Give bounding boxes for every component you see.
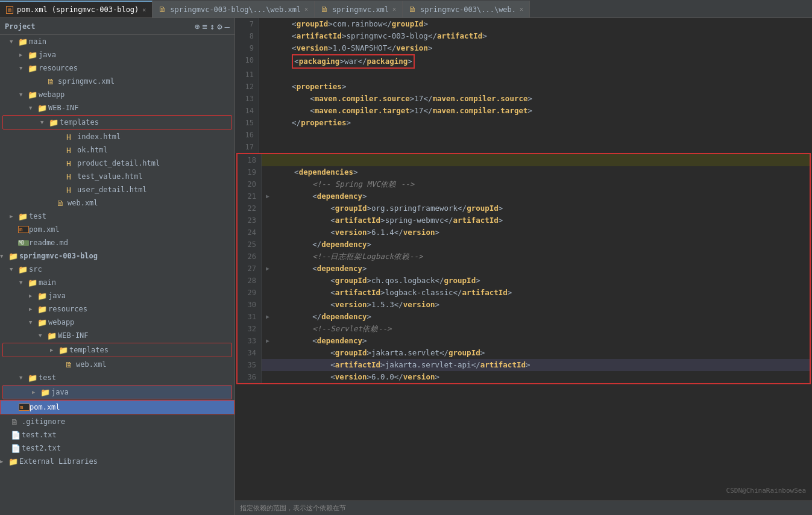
tree-pom-1[interactable]: m pom.xml (0, 223, 234, 236)
sidebar-icon-menu[interactable]: ≡ (202, 22, 207, 31)
tree-root-springmvc[interactable]: ▼ 📁 springmvc-003-blog (0, 249, 234, 263)
code-content-17 (271, 141, 812, 153)
gutter-22 (262, 202, 274, 214)
sidebar-icon-settings[interactable]: ⚙ (217, 22, 222, 31)
tree-webapp-2[interactable]: ▼ 📁 webapp (0, 316, 234, 329)
code-content-26: <!--日志框架Logback依赖--> (274, 251, 810, 263)
code-line-29: 29 <artifactId>logback-classic</artifact… (238, 287, 810, 299)
tree-java-1[interactable]: ▶ 📁 java (0, 48, 234, 61)
label-webinf-1: WEB-INF (48, 104, 79, 112)
tab-label-3: springmvc.xml (332, 5, 389, 14)
big-red-box: 18 19 <dependencies> 20 <!-- Spring MVC依… (236, 153, 811, 384)
tree-readme[interactable]: MD readme.md (0, 236, 234, 249)
gutter-19 (262, 166, 274, 178)
code-content-19: <dependencies> (274, 166, 810, 178)
tree-product-html[interactable]: H product_detail.html (0, 157, 234, 170)
code-content-21: <dependency> (274, 190, 810, 202)
tree-templates-1[interactable]: ▼ 📁 templates (3, 116, 231, 129)
line-num-26: 26 (238, 251, 262, 263)
file-icon-pom-2: m (19, 404, 30, 411)
line-num-32: 32 (238, 323, 262, 335)
file-icon-web-xml-2: 🗎 (65, 360, 76, 369)
tree-main-1[interactable]: ▼ 📁 main (0, 35, 234, 48)
tab-web-xml[interactable]: 🗎 springmvc-003-blog\...\web.xml × (153, 1, 315, 17)
arrow-test-1: ▶ (10, 213, 18, 219)
tree-test-2[interactable]: ▼ 📁 test (0, 371, 234, 384)
tab-close-1[interactable]: × (142, 7, 146, 13)
arrow-webapp-1: ▼ (19, 92, 28, 98)
tree-templates-2[interactable]: ▶ 📁 templates (3, 343, 231, 357)
tree-test-1[interactable]: ▶ 📁 test (0, 210, 234, 223)
folder-icon-webapp-2: 📁 (37, 318, 48, 327)
sidebar-header: Project ⊕ ≡ ↕ ⚙ — (0, 18, 234, 35)
sidebar-icon-minimize[interactable]: — (225, 22, 230, 31)
gutter-9 (259, 42, 271, 54)
gutter-26 (262, 251, 274, 263)
code-line-35: 35 <artifactId>jakarta.servlet-api</arti… (238, 359, 810, 371)
folder-icon-root-springmvc: 📁 (8, 252, 19, 261)
file-tree: ▼ 📁 main ▶ 📁 java ▼ 📁 resources 🗎 spring… (0, 35, 234, 468)
gutter-8 (259, 30, 271, 42)
tree-test-value-html[interactable]: H test_value.html (0, 170, 234, 183)
tab-springmvc-xml[interactable]: 🗎 springmvc.xml × (315, 1, 403, 17)
label-root-springmvc: springmvc-003-blog (19, 252, 98, 260)
label-test-1: test (29, 212, 46, 220)
code-line-30: 30 <version>1.5.3</version> (238, 299, 810, 311)
code-line-16: 16 (235, 129, 812, 141)
tree-index-html[interactable]: H index.html (0, 130, 234, 143)
tree-webapp-1[interactable]: ▼ 📁 webapp (0, 88, 234, 101)
arrow-resources-2: ▶ (29, 306, 37, 312)
code-line-12: 12 <properties> (235, 81, 812, 93)
tree-resources-2[interactable]: ▶ 📁 resources (0, 302, 234, 316)
code-content-25: </dependency> (274, 239, 810, 251)
label-product-html: product_detail.html (77, 159, 160, 167)
tree-src[interactable]: ▼ 📁 src (0, 263, 234, 276)
tree-ok-html[interactable]: H ok.html (0, 143, 234, 157)
folder-icon-java-3: 📁 (40, 388, 51, 397)
editor-content[interactable]: 7 <groupId>com.rainbow</groupId> 8 <arti… (235, 18, 812, 501)
folder-icon-src: 📁 (18, 265, 29, 274)
tab-springmvc-web[interactable]: 🗎 springmvc-003\...\web. × (403, 1, 530, 17)
tree-resources-1[interactable]: ▼ 📁 resources (0, 61, 234, 75)
gutter-29 (262, 287, 274, 299)
arrow-templates-2: ▶ (50, 347, 58, 353)
file-icon-springmvc-xml: 🗎 (47, 77, 58, 86)
tree-java-3[interactable]: ▶ 📁 java (3, 385, 231, 399)
tree-webinf-1[interactable]: ▼ 📁 WEB-INF (0, 101, 234, 114)
tree-web-xml-1[interactable]: 🗎 web.xml (0, 196, 234, 210)
tab-close-2[interactable]: × (304, 6, 308, 13)
file-icon-readme: MD (18, 240, 29, 246)
code-line-7: 7 <groupId>com.rainbow</groupId> (235, 18, 812, 30)
tree-gitignore[interactable]: 🗎 .gitignore (0, 415, 234, 428)
code-line-28: 28 <groupId>ch.qos.logback</groupId> (238, 275, 810, 287)
arrow-main-1: ▼ (10, 39, 18, 45)
code-content-8: <artifactId>springmvc-003-blog</artifact… (271, 30, 812, 42)
code-content-9: <version>1.0-SNAPSHOT</version> (271, 42, 812, 54)
tree-main-2[interactable]: ▼ 📁 main (0, 276, 234, 289)
line-num-8: 8 (235, 30, 259, 42)
tab-close-3[interactable]: × (392, 6, 396, 13)
watermark: CSDN@ChinaRainbowSea (726, 487, 806, 495)
code-line-27: 27 ▶ <dependency> (238, 263, 810, 275)
sidebar-icon-collapse[interactable]: ↕ (210, 22, 215, 31)
tree-external-libs[interactable]: ▶ 📁 External Libraries (0, 455, 234, 468)
tree-test2-txt[interactable]: 📄 test2.txt (0, 442, 234, 455)
tab-pom-active[interactable]: m pom.xml (springmvc-003-blog) × (0, 1, 153, 17)
tree-user-detail-html[interactable]: H user_detail.html (0, 183, 234, 196)
tree-pom-2[interactable]: m pom.xml (1, 401, 234, 414)
main-area: Project ⊕ ≡ ↕ ⚙ — ▼ 📁 main ▶ 📁 java (0, 18, 812, 515)
tree-web-xml-2[interactable]: 🗎 web.xml (0, 358, 234, 371)
tree-springmvc-xml[interactable]: 🗎 springmvc.xml (0, 75, 234, 88)
sidebar-icon-add[interactable]: ⊕ (195, 22, 200, 31)
tree-test-txt[interactable]: 📄 test.txt (0, 428, 234, 442)
code-line-36: 36 <version>6.0.0</version> (238, 371, 810, 383)
code-line-8: 8 <artifactId>springmvc-003-blog</artifa… (235, 30, 812, 42)
tree-webinf-2[interactable]: ▼ 📁 WEB-INF (0, 329, 234, 342)
code-line-14: 14 <maven.compiler.target>17</maven.comp… (235, 105, 812, 117)
tab-close-4[interactable]: × (520, 6, 523, 13)
tree-java-2[interactable]: ▶ 📁 java (0, 289, 234, 302)
gutter-10 (259, 54, 271, 69)
templates-box-1: ▼ 📁 templates (2, 115, 232, 130)
code-line-33: 33 ▶ <dependency> (238, 335, 810, 347)
code-content-32: <!--Servlet依赖--> (274, 323, 810, 335)
